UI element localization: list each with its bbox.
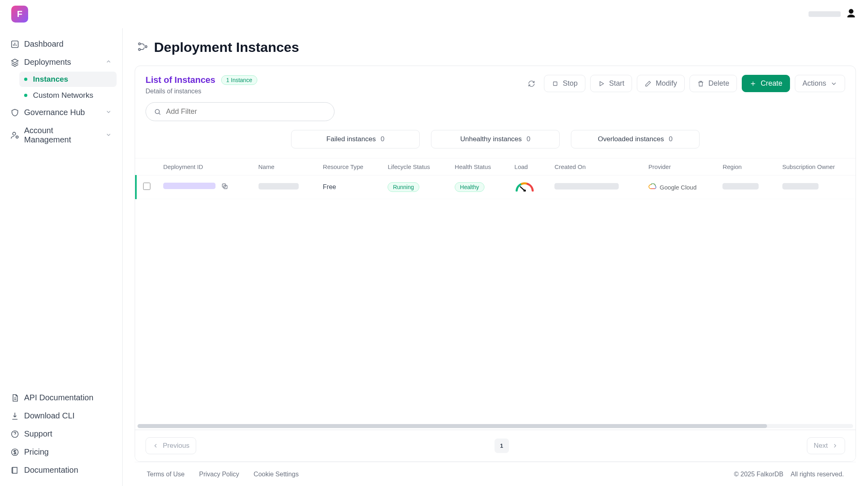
button-label: Previous bbox=[163, 442, 189, 450]
region-redacted bbox=[722, 183, 759, 189]
sidebar-item-download-cli[interactable]: Download CLI bbox=[6, 407, 117, 424]
sidebar-item-pricing[interactable]: Pricing bbox=[6, 443, 117, 461]
sidebar-item-custom-networks[interactable]: Custom Networks bbox=[19, 88, 117, 103]
col-health-status[interactable]: Health Status bbox=[448, 159, 508, 175]
filter-text-field[interactable] bbox=[166, 107, 326, 116]
horizontal-scrollbar[interactable] bbox=[137, 424, 853, 428]
sidebar-item-label: Governance Hub bbox=[24, 108, 85, 117]
col-created-on[interactable]: Created On bbox=[548, 159, 642, 175]
sidebar-item-documentation[interactable]: Documentation bbox=[6, 461, 117, 479]
svg-point-2 bbox=[16, 136, 18, 138]
instances-card: List of Instances 1 Instance Details of … bbox=[135, 66, 856, 462]
button-label: Next bbox=[814, 442, 828, 450]
stat-failed[interactable]: Failed instances 0 bbox=[291, 130, 420, 148]
download-icon bbox=[10, 412, 19, 420]
footer-link-privacy[interactable]: Privacy Policy bbox=[199, 471, 239, 478]
stop-button[interactable]: Stop bbox=[544, 75, 585, 92]
refresh-icon bbox=[528, 80, 535, 87]
current-page[interactable]: 1 bbox=[495, 439, 509, 453]
table-row[interactable]: Free Running Healthy bbox=[136, 175, 856, 199]
help-circle-icon bbox=[10, 430, 19, 439]
sidebar-item-api-docs[interactable]: API Documentation bbox=[6, 389, 117, 406]
stop-icon bbox=[552, 80, 559, 87]
pencil-icon bbox=[644, 80, 652, 87]
col-lifecycle-status[interactable]: Lifecycle Status bbox=[381, 159, 448, 175]
footer-link-terms[interactable]: Terms of Use bbox=[147, 471, 185, 478]
plus-icon bbox=[749, 80, 757, 87]
sidebar-item-label: Custom Networks bbox=[33, 91, 93, 100]
button-label: Start bbox=[609, 79, 624, 88]
sidebar-item-support[interactable]: Support bbox=[6, 425, 117, 443]
arrow-left-icon bbox=[152, 443, 159, 449]
layers-icon bbox=[10, 58, 19, 67]
cell-provider: Google Cloud bbox=[660, 184, 697, 191]
sidebar-item-governance[interactable]: Governance Hub bbox=[6, 104, 117, 121]
deployment-id-redacted bbox=[163, 183, 215, 189]
instance-count-badge: 1 Instance bbox=[221, 75, 258, 85]
stat-count: 0 bbox=[669, 135, 672, 143]
button-label: Stop bbox=[563, 79, 578, 88]
footer-link-cookies[interactable]: Cookie Settings bbox=[254, 471, 299, 478]
col-deployment-id[interactable]: Deployment ID bbox=[157, 159, 252, 175]
stat-label: Unhealthy instances bbox=[460, 135, 522, 143]
arrow-right-icon bbox=[832, 443, 838, 449]
network-icon bbox=[137, 41, 148, 54]
book-icon bbox=[10, 466, 19, 475]
svg-point-6 bbox=[139, 49, 141, 51]
copy-button[interactable] bbox=[221, 183, 228, 192]
svg-rect-8 bbox=[553, 82, 557, 85]
sidebar-item-deployments[interactable]: Deployments bbox=[6, 54, 117, 71]
sidebar-item-instances[interactable]: Instances bbox=[19, 72, 117, 87]
svg-point-1 bbox=[13, 132, 16, 135]
modify-button[interactable]: Modify bbox=[637, 75, 685, 92]
stat-count: 0 bbox=[527, 135, 530, 143]
actions-button[interactable]: Actions bbox=[795, 75, 845, 92]
sidebar-item-label: Support bbox=[24, 429, 52, 439]
col-subscription-owner[interactable]: Subscription Owner bbox=[776, 159, 856, 175]
col-name[interactable]: Name bbox=[252, 159, 317, 175]
create-button[interactable]: Create bbox=[742, 75, 790, 92]
sidebar: Dashboard Deployments Instances Custom N… bbox=[0, 28, 123, 486]
row-select-checkbox[interactable] bbox=[143, 183, 150, 190]
filter-input[interactable] bbox=[146, 102, 334, 121]
stat-overloaded[interactable]: Overloaded instances 0 bbox=[571, 130, 700, 148]
sidebar-item-label: Download CLI bbox=[24, 411, 75, 420]
stat-unhealthy[interactable]: Unhealthy instances 0 bbox=[431, 130, 560, 148]
instances-table: Deployment ID Name Resource Type Lifecyc… bbox=[135, 159, 856, 199]
file-text-icon bbox=[10, 393, 19, 402]
col-resource-type[interactable]: Resource Type bbox=[316, 159, 381, 175]
created-on-redacted bbox=[554, 183, 619, 189]
owner-redacted bbox=[782, 183, 819, 189]
app-logo[interactable]: F bbox=[11, 6, 28, 23]
search-icon bbox=[154, 108, 161, 115]
sidebar-item-label: Dashboard bbox=[24, 39, 64, 49]
chevron-down-icon bbox=[830, 80, 837, 87]
stat-count: 0 bbox=[381, 135, 384, 143]
start-button[interactable]: Start bbox=[590, 75, 632, 92]
sidebar-item-account[interactable]: Account Management bbox=[6, 122, 117, 148]
google-cloud-icon bbox=[648, 183, 657, 191]
copy-icon bbox=[221, 183, 228, 190]
col-region[interactable]: Region bbox=[716, 159, 776, 175]
user-cog-icon bbox=[10, 131, 19, 140]
footer-rights: All rights reserved. bbox=[791, 471, 844, 478]
refresh-button[interactable] bbox=[524, 76, 539, 91]
name-redacted bbox=[259, 183, 299, 189]
load-gauge-icon bbox=[515, 186, 535, 193]
svg-point-5 bbox=[139, 43, 141, 45]
lifecycle-status-badge: Running bbox=[388, 182, 419, 192]
col-load[interactable]: Load bbox=[508, 159, 548, 175]
stat-label: Failed instances bbox=[326, 135, 376, 143]
trash-icon bbox=[697, 80, 704, 87]
col-provider[interactable]: Provider bbox=[642, 159, 716, 175]
delete-button[interactable]: Delete bbox=[689, 75, 737, 92]
scrollbar-thumb[interactable] bbox=[137, 424, 767, 428]
next-button[interactable]: Next bbox=[807, 437, 845, 454]
sidebar-item-dashboard[interactable]: Dashboard bbox=[6, 35, 117, 53]
status-dot-icon bbox=[24, 94, 27, 97]
user-avatar[interactable] bbox=[845, 8, 857, 21]
chevron-up-icon bbox=[105, 58, 112, 67]
shield-icon bbox=[10, 108, 19, 117]
previous-button[interactable]: Previous bbox=[146, 437, 196, 454]
list-title: List of Instances bbox=[146, 75, 215, 85]
